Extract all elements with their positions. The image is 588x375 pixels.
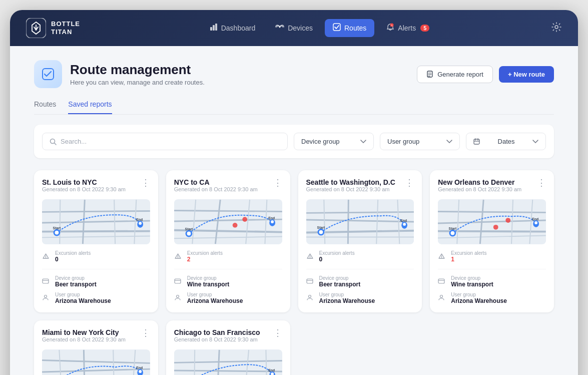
more-options-icon[interactable]: ⋮: [405, 178, 414, 187]
tab-saved-reports[interactable]: Saved reports: [68, 100, 112, 114]
route-card[interactable]: Miami to New York City Generated on 8 Oc…: [34, 320, 158, 375]
generate-report-button[interactable]: Generate report: [417, 66, 493, 83]
divider: [174, 269, 282, 269]
svg-point-5: [279, 27, 281, 28]
excursion-icon: [306, 252, 314, 261]
cards-grid: St. Louis to NYC Generated on 8 Oct 2022…: [34, 170, 554, 375]
card-generated: Generated on 8 Oct 2022 9:30 am: [174, 186, 258, 192]
nav-item-routes[interactable]: Routes: [325, 19, 374, 37]
excursion-alerts-item: Excursion alerts 0: [42, 250, 150, 263]
filters-bar: Search... Device group User group Dates: [34, 125, 554, 158]
nav-item-alerts[interactable]: 5 Alerts 5: [378, 19, 437, 37]
route-card[interactable]: NYC to CA Generated on 8 Oct 2022 9:30 a…: [166, 170, 290, 312]
route-management-icon: [42, 68, 55, 81]
calendar-icon: [473, 138, 480, 145]
settings-icon[interactable]: [551, 22, 562, 35]
card-title: St. Louis to NYC: [42, 178, 126, 186]
map-thumbnail: Start End: [42, 349, 150, 375]
card-meta: Excursion alerts 0 Device group Beer tra…: [306, 250, 414, 304]
svg-line-16: [55, 143, 57, 145]
new-route-button[interactable]: + New route: [499, 66, 554, 83]
svg-point-85: [308, 295, 311, 298]
svg-text:Start: Start: [449, 227, 457, 230]
svg-point-101: [534, 221, 537, 224]
dates-filter[interactable]: Dates: [466, 133, 546, 150]
device-group-item: Device group Beer transport: [306, 275, 414, 288]
svg-point-54: [187, 232, 191, 236]
excursion-alerts-item: Excursion alerts 2: [174, 250, 282, 263]
page-header-left: Route management Here you can view, mana…: [34, 60, 205, 88]
alerts-badge: 5: [420, 25, 429, 32]
logo-icon: [26, 18, 46, 38]
more-options-icon[interactable]: ⋮: [273, 178, 282, 187]
svg-rect-83: [307, 279, 313, 283]
route-card[interactable]: Chicago to San Francisco Generated on 8 …: [166, 320, 290, 375]
devices-icon: [275, 24, 284, 33]
user-group-item: User group Arizona Warehouse: [174, 292, 282, 304]
user-group-icon: [42, 294, 50, 302]
main-content: Route management Here you can view, mana…: [10, 46, 578, 375]
divider: [438, 269, 546, 269]
card-header: Miami to New York City Generated on 8 Oc…: [42, 328, 150, 347]
nav-item-dashboard[interactable]: Dashboard: [202, 19, 264, 37]
user-group-value: Arizona Warehouse: [451, 297, 507, 304]
device-group-icon: [306, 277, 314, 286]
svg-rect-106: [438, 279, 444, 283]
user-group-label: User group: [451, 292, 507, 297]
svg-point-108: [440, 295, 443, 298]
svg-point-9: [555, 26, 558, 29]
device-group-item: Device group Wine transport: [174, 275, 282, 288]
svg-point-64: [176, 295, 179, 298]
more-options-icon[interactable]: ⋮: [141, 328, 150, 337]
route-card[interactable]: St. Louis to NYC Generated on 8 Oct 2022…: [34, 170, 158, 312]
user-group-value: Arizona Warehouse: [187, 297, 243, 304]
device-group-value: Beer transport: [319, 281, 361, 288]
more-options-icon[interactable]: ⋮: [273, 328, 282, 337]
user-group-label: User group: [319, 292, 375, 297]
tab-routes[interactable]: Routes: [34, 100, 56, 114]
svg-point-61: [177, 257, 178, 258]
svg-point-51: [232, 223, 237, 228]
nav-routes-label: Routes: [344, 24, 366, 32]
svg-point-34: [139, 222, 142, 225]
svg-text:End: End: [136, 366, 143, 369]
dashboard-icon: [210, 23, 218, 33]
excursion-label: Excursion alerts: [451, 250, 486, 256]
map-thumbnail: Start End: [438, 199, 546, 244]
route-card[interactable]: Seattle to Washington, D.C Generated on …: [298, 170, 422, 312]
excursion-icon: [42, 252, 50, 261]
report-icon: [426, 71, 433, 78]
alerts-icon: 5: [386, 23, 394, 33]
more-options-icon[interactable]: ⋮: [537, 178, 546, 187]
nav-alerts-label: Alerts: [398, 24, 416, 32]
new-route-label: + New route: [508, 71, 545, 78]
device-group-label: Device group: [301, 138, 340, 145]
device-group-icon: [174, 277, 182, 286]
device-group-label: Device group: [319, 275, 361, 281]
card-header: St. Louis to NYC Generated on 8 Oct 2022…: [42, 178, 150, 197]
svg-rect-39: [43, 279, 49, 283]
svg-rect-4: [215, 24, 217, 31]
excursion-count: 0: [319, 256, 355, 263]
card-header: NYC to CA Generated on 8 Oct 2022 9:30 a…: [174, 178, 282, 197]
excursion-label: Excursion alerts: [187, 250, 223, 256]
search-input[interactable]: Search...: [42, 133, 288, 150]
nav-item-devices[interactable]: Devices: [267, 20, 321, 37]
device-group-icon: [438, 277, 446, 286]
chevron-down-icon: [360, 140, 366, 144]
logo-text: BOTTLETITAN: [51, 20, 80, 36]
header-actions: Generate report + New route: [417, 66, 554, 83]
page-title: Route management: [70, 62, 205, 78]
user-group-item: User group Arizona Warehouse: [306, 292, 414, 304]
svg-line-26: [60, 200, 60, 244]
device-group-filter[interactable]: Device group: [294, 133, 374, 150]
search-icon: [50, 138, 57, 145]
user-group-item: User group Arizona Warehouse: [438, 292, 546, 304]
search-placeholder: Search...: [61, 138, 87, 145]
route-card[interactable]: New Orleans to Denver Generated on 8 Oct…: [430, 170, 554, 312]
device-group-label: Device group: [187, 275, 230, 281]
more-options-icon[interactable]: ⋮: [141, 178, 150, 187]
excursion-icon: [174, 252, 182, 261]
device-group-item: Device group Wine transport: [438, 275, 546, 288]
user-group-filter[interactable]: User group: [380, 133, 460, 150]
